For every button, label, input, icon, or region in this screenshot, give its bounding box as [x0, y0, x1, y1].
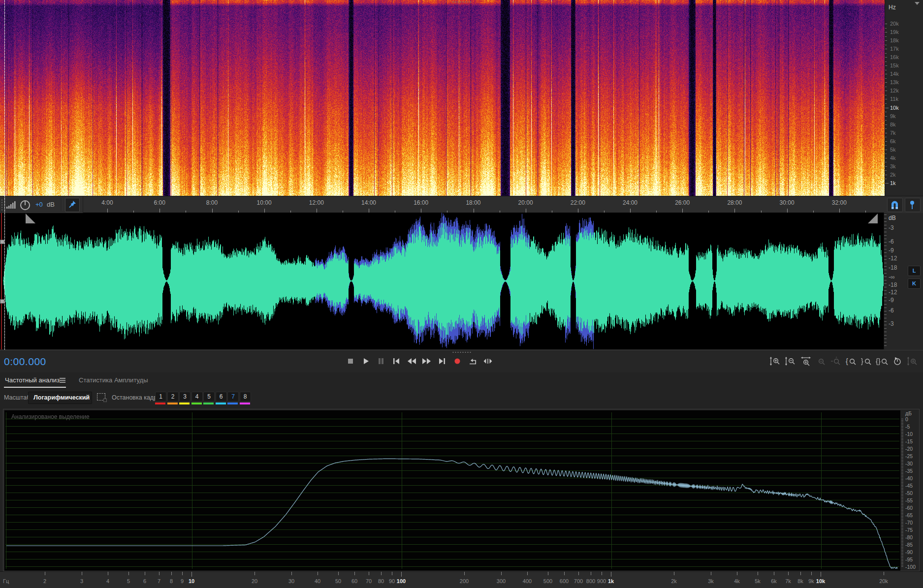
frequency-scale-label: 17k — [890, 46, 920, 52]
skip-to-start-button[interactable] — [390, 356, 402, 367]
zoom-in-amplitude-button[interactable] — [769, 355, 781, 367]
waveform-db-label: -9 — [889, 297, 912, 304]
fade-out-handle[interactable] — [868, 214, 878, 223]
toolbar-grip[interactable] — [1, 199, 3, 211]
record-icon — [451, 357, 463, 366]
graph-db-label: -70 — [905, 520, 920, 526]
freeze-frame-button-4[interactable]: 4 — [191, 392, 203, 402]
freq-axis-tick — [171, 572, 172, 575]
spectrogram-display[interactable] — [0, 0, 885, 196]
freeze-frame-3[interactable]: 3 — [179, 392, 190, 404]
frequency-scale-label: 2k — [890, 172, 920, 178]
frequency-scale-label: 9k — [890, 113, 920, 119]
freeze-frame-button-1[interactable]: 1 — [155, 392, 166, 402]
rewind-button[interactable] — [406, 356, 417, 367]
frequency-scale-tick — [885, 57, 887, 58]
waveform-db-label: -12 — [889, 289, 912, 296]
panel-menu-icon[interactable] — [59, 377, 66, 383]
frequency-scale-label: 12k — [890, 88, 920, 93]
snap-button[interactable] — [887, 198, 903, 212]
zoom-in-selection-left-button[interactable]: { — [845, 355, 858, 367]
zoom-in-time-button[interactable] — [799, 355, 812, 367]
freq-axis-label: 1k — [600, 578, 622, 584]
freq-axis-tick — [711, 572, 711, 575]
freeze-frame-6[interactable]: 6 — [216, 392, 226, 404]
stop-button[interactable] — [345, 356, 356, 367]
freq-axis-tick — [369, 572, 369, 575]
freeze-frame-4[interactable]: 4 — [191, 392, 202, 404]
scale-dropdown[interactable]: Логарифмический — [28, 392, 92, 404]
envelope-handle[interactable] — [0, 240, 4, 244]
freq-axis-label: 4 — [97, 578, 119, 584]
pin-button[interactable] — [65, 198, 80, 212]
copy-snapshot-icon[interactable] — [97, 393, 105, 401]
skip-to-end-button[interactable] — [436, 356, 448, 367]
envelope-handle[interactable] — [0, 299, 4, 304]
frequency-axis-unit: Гц — [3, 578, 9, 584]
frequency-scale-minor-tick — [885, 145, 887, 146]
spectrogram-frequency-scale: Hz 20k19k18k17k16k15k14k13k12k11k10k9k8k… — [885, 0, 923, 196]
timeline-label: 8:00 — [199, 199, 224, 206]
freeze-frame-1[interactable]: 1 — [155, 392, 165, 404]
freeze-frame-7[interactable]: 7 — [227, 392, 238, 404]
fast-forward-button[interactable] — [421, 356, 433, 367]
panel-grip[interactable] — [452, 1, 472, 3]
play-button[interactable] — [360, 356, 372, 367]
freeze-frame-button-5[interactable]: 5 — [203, 392, 215, 402]
skip-selection-button[interactable] — [482, 356, 494, 367]
timeline-ruler[interactable]: 4:006:008:0010:0012:0014:0016:0018:0020:… — [0, 196, 884, 213]
scale-menu-arrow-icon[interactable] — [915, 2, 920, 5]
timeline-label: 22:00 — [566, 199, 590, 206]
graph-db-label: -65 — [905, 512, 920, 518]
freeze-frame-button-3[interactable]: 3 — [179, 392, 191, 402]
freq-axis-tick — [392, 572, 392, 575]
freq-axis-label: 2 — [34, 578, 56, 584]
loop-playback-button[interactable] — [467, 356, 478, 367]
freq-axis-tick — [159, 572, 159, 575]
fade-in-handle[interactable] — [26, 214, 35, 223]
frequency-scale-minor-tick — [885, 128, 887, 129]
frequency-scale-tick — [885, 65, 887, 66]
tab-amplitude-statistics[interactable]: Статистика Амплитуды — [79, 376, 148, 384]
zoom-out-amplitude-button[interactable] — [784, 355, 796, 367]
freq-axis-tick — [811, 572, 812, 575]
zoom-out-time-button[interactable] — [815, 355, 827, 367]
zoom-reset-button[interactable] — [830, 355, 842, 367]
freeze-frame-8[interactable]: 8 — [240, 392, 250, 404]
freq-axis-tick — [821, 572, 821, 577]
graph-db-scale: дБ 0-5-10-15-20-25-30-35-40-45-50-55-60-… — [901, 409, 919, 571]
playhead[interactable] — [4, 0, 5, 350]
waveform-toolbar: +0 dB — [0, 196, 83, 213]
frequency-scale-tick — [885, 133, 887, 133]
waveform-display[interactable] — [0, 213, 884, 349]
panel-grip[interactable] — [452, 351, 472, 353]
freeze-frame-button-2[interactable]: 2 — [167, 392, 179, 402]
frequency-scale-label: 20k — [890, 21, 920, 27]
zoom-full-button[interactable] — [906, 355, 919, 367]
zoom-reset-icon — [830, 356, 842, 366]
freeze-frame-2[interactable]: 2 — [167, 392, 178, 404]
freq-axis-label: 10 — [181, 578, 202, 584]
tab-frequency-analysis[interactable]: Частотный анализ — [5, 376, 60, 384]
freq-axis-label: 3k — [700, 578, 722, 584]
clock-knob-icon[interactable] — [20, 200, 31, 211]
pause-button[interactable] — [375, 356, 387, 367]
freeze-frame-button-7[interactable]: 7 — [227, 392, 239, 402]
zoom-in-selection-right-button[interactable]: } — [860, 355, 873, 367]
gain-value[interactable]: +0 — [35, 201, 43, 208]
freeze-frame-button-6[interactable]: 6 — [216, 392, 227, 402]
freeze-frame-5[interactable]: 5 — [203, 392, 214, 404]
zoom-to-selection-button[interactable]: {} — [876, 355, 888, 367]
levels-icon[interactable] — [6, 201, 17, 209]
freeze-frame-button-8[interactable]: 8 — [240, 392, 251, 402]
analyzed-selection-label: Анализированое выделение — [11, 413, 90, 420]
freq-axis-label: 200 — [453, 578, 475, 584]
frequency-graph[interactable] — [4, 410, 900, 571]
time-display[interactable]: 0:00.000 — [4, 356, 46, 368]
analysis-controls: Масштаб: Логарифмический Остановка кадра… — [0, 389, 923, 409]
freq-axis-tick — [464, 572, 465, 575]
freq-axis-tick — [527, 572, 528, 575]
marker-button[interactable] — [905, 198, 921, 212]
record-button[interactable] — [451, 356, 463, 367]
loop-duration-button[interactable] — [891, 355, 903, 367]
